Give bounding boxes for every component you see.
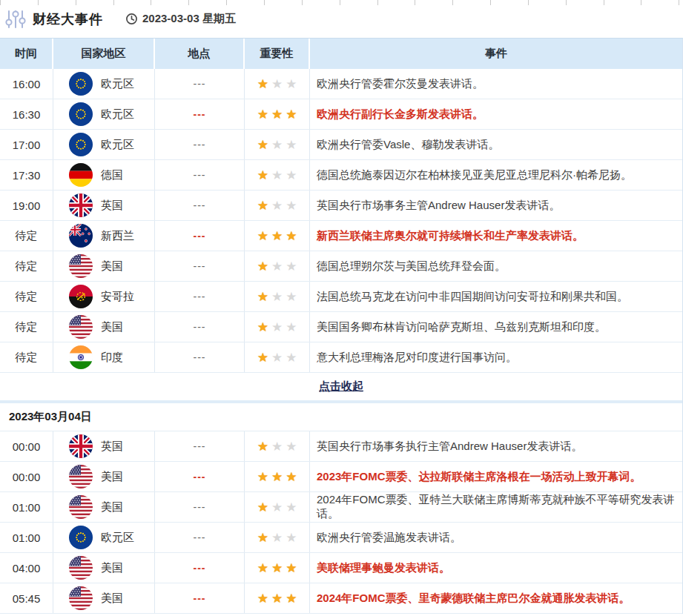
time-cell: 00:00 [0,431,53,461]
location-dashes: --- [194,169,206,181]
importance-stars: ★★★ [245,462,310,491]
time-cell: 待定 [0,312,53,342]
country-cell: 美国 [53,462,155,491]
event-text: 新西兰联储主席奥尔就可持续增长和生产率发表讲话。 [317,229,584,243]
country-name: 新西兰 [101,229,134,243]
country-cell: 英国 [53,191,155,220]
event-cell: 2024年FOMC票委、亚特兰大联储主席博斯蒂克就种族不平等研究发表讲话。 [310,492,682,522]
location-cell: --- [155,312,245,342]
time-cell: 01:00 [0,492,53,522]
location-cell: --- [155,431,245,461]
event-text: 英国央行市场事务主管Andrew Hauser发表讲话。 [317,199,560,213]
star-empty-icon: ★ [286,169,297,182]
star-filled-icon: ★ [271,108,283,121]
column-header-country: 国家地区 [53,39,155,69]
country-name: 美国 [101,500,123,514]
us-flag-icon [69,586,93,610]
table-header-row: 时间 国家地区 地点 重要性 事件 [0,39,682,69]
star-empty-icon: ★ [271,139,283,151]
time-cell: 04:00 [0,553,53,583]
collapse-toggle-link[interactable]: 点击收起 [319,380,363,394]
star-filled-icon: ★ [257,199,268,212]
event-text: 欧洲央行副行长金多斯发表讲话。 [317,107,484,122]
location-cell: --- [155,462,245,491]
location-dashes: --- [194,199,206,211]
gb-flag-icon [69,193,93,217]
event-row: 05:45美国---★★★2024年FOMC票委、里奇蒙德联储主席巴尔金就通胀发… [0,583,682,614]
us-flag-icon [69,465,93,489]
event-cell: 欧洲央行管委温施发表讲话。 [310,523,682,552]
location-dashes: --- [194,78,206,90]
star-empty-icon: ★ [286,139,297,151]
event-text: 2023年FOMC票委、达拉斯联储主席洛根在一场活动上致开幕词。 [317,470,641,484]
event-row: 17:30德国---★★★德国总统施泰因迈尔在柏林接见亚美尼亚总理尼科尔·帕希尼… [0,160,682,191]
location-cell: --- [155,99,245,129]
event-row: 01:00欧元区---★★★欧洲央行管委温施发表讲话。 [0,523,682,553]
time-cell: 待定 [0,342,53,372]
time-cell: 01:00 [0,523,53,552]
star-filled-icon: ★ [271,471,283,483]
time-cell: 待定 [0,221,53,251]
star-filled-icon: ★ [286,562,297,574]
time-cell: 待定 [0,282,53,311]
country-name: 英国 [101,440,123,454]
time-cell: 00:00 [0,462,53,491]
country-name: 美国 [101,470,123,484]
events-table: 时间 国家地区 地点 重要性 事件 16:00欧元区---★★★欧洲央行管委霍尔… [0,38,683,614]
country-cell: 英国 [53,431,155,461]
eu-flag-icon [69,72,93,96]
importance-stars: ★★★ [245,130,310,159]
importance-stars: ★★★ [245,342,310,372]
event-row: 00:00 英国---★★★英国央行市场事务执行主管Andrew Hauser发… [0,431,682,462]
clock-icon [125,13,138,25]
star-filled-icon: ★ [286,592,297,605]
date-separator: 2023年03月04日 [0,403,682,431]
location-dashes: --- [194,531,206,543]
star-empty-icon: ★ [286,440,297,453]
importance-stars: ★★★ [245,69,310,99]
event-text: 2024年FOMC票委、亚特兰大联储主席博斯蒂克就种族不平等研究发表讲话。 [317,493,682,521]
us-flag-icon [69,556,93,580]
star-filled-icon: ★ [271,592,283,605]
event-cell: 英国央行市场事务执行主管Andrew Hauser发表讲话。 [310,431,682,461]
star-empty-icon: ★ [271,169,283,182]
country-cell: 德国 [53,160,155,190]
event-row: 19:00 英国---★★★英国央行市场事务主管Andrew Hauser发表讲… [0,191,682,221]
event-row: 待定 安哥拉---★★★法国总统马克龙在访问中非四国期间访问安哥拉和刚果共和国。 [0,282,682,312]
star-filled-icon: ★ [271,230,283,242]
ao-flag-icon [69,285,93,308]
date-label: 2023-03-03 星期五 [142,12,236,26]
event-row: 17:00欧元区---★★★欧洲央行管委Vasle、穆勒发表讲话。 [0,130,682,160]
page-title: 财经大事件 [33,10,103,28]
star-empty-icon: ★ [271,440,283,453]
location-dashes: --- [194,471,206,483]
event-text: 德国总理朔尔茨与美国总统拜登会面。 [317,259,506,274]
time-cell: 17:00 [0,130,53,159]
location-cell: --- [155,342,245,372]
star-empty-icon: ★ [271,78,283,90]
country-cell: 美国 [53,583,155,613]
star-empty-icon: ★ [271,291,283,303]
star-filled-icon: ★ [286,108,297,121]
event-cell: 美联储理事鲍曼发表讲话。 [310,553,682,583]
star-empty-icon: ★ [271,199,283,212]
location-dashes: --- [194,108,206,120]
location-cell: --- [155,221,245,251]
importance-stars: ★★★ [245,431,310,461]
column-header-time: 时间 [0,39,53,69]
country-name: 美国 [101,320,123,334]
event-text: 2024年FOMC票委、里奇蒙德联储主席巴尔金就通胀发表讲话。 [317,592,630,606]
star-empty-icon: ★ [271,260,283,273]
location-cell: --- [155,191,245,220]
time-cell: 19:00 [0,191,53,220]
star-empty-icon: ★ [286,321,297,334]
star-filled-icon: ★ [257,321,268,334]
country-cell: 美国 [53,553,155,583]
star-empty-icon: ★ [286,291,297,303]
sliders-icon [4,7,27,31]
star-filled-icon: ★ [257,531,268,544]
location-dashes: --- [194,351,206,363]
country-cell: 新西兰 [53,221,155,251]
country-cell: 欧元区 [53,99,155,129]
event-cell: 欧洲央行副行长金多斯发表讲话。 [310,99,682,129]
